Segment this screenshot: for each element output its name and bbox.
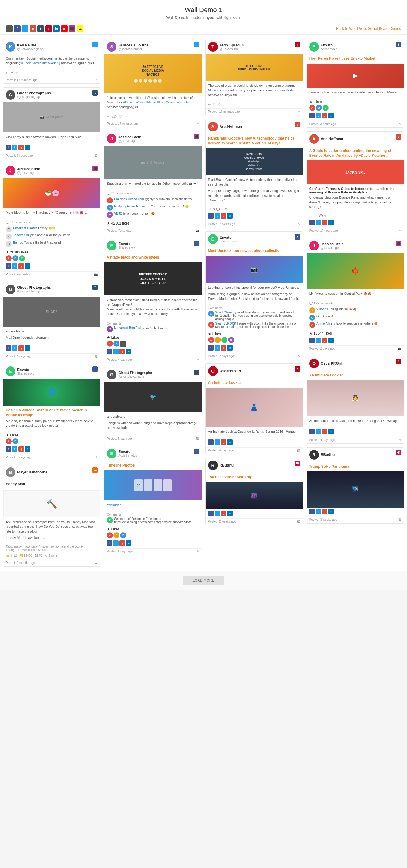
share-linkedin[interactable]: in: [328, 113, 334, 119]
card-title-link[interactable]: An Intimate Look at: [309, 373, 343, 377]
pinterest-icon[interactable]: p: [45, 25, 52, 32]
edit-icon[interactable]: ✎: [298, 222, 300, 226]
instagram-icon[interactable]: ⬛: [69, 25, 76, 32]
share-linkedin[interactable]: in: [328, 429, 334, 434]
star-icon[interactable]: ☆: [218, 103, 221, 106]
share-google[interactable]: g: [119, 349, 125, 354]
comment-icon[interactable]: 💬: [216, 208, 220, 211]
youtube-icon[interactable]: ▶: [61, 25, 67, 32]
share-facebook[interactable]: f: [208, 510, 213, 516]
card-title-link[interactable]: Timeline Photos: [107, 463, 135, 467]
share-google[interactable]: g: [322, 113, 327, 119]
card-title-link[interactable]: Design a vintage 'Wizard of Oz' movie po…: [6, 408, 87, 417]
share-facebook[interactable]: f: [309, 113, 315, 119]
edit-icon[interactable]: ✎: [197, 358, 199, 361]
share-google[interactable]: g: [322, 338, 327, 343]
share-facebook[interactable]: f: [208, 213, 213, 218]
share-twitter[interactable]: t: [113, 349, 119, 354]
share-linkedin[interactable]: in: [25, 145, 30, 150]
share-google[interactable]: g: [322, 509, 327, 514]
card-title-link[interactable]: 150 East 39th St Morning: [208, 475, 251, 479]
share-twitter[interactable]: t: [316, 509, 321, 514]
share-facebook[interactable]: f: [208, 345, 213, 350]
edit-icon[interactable]: ✎: [298, 110, 300, 113]
reply-icon[interactable]: ↩: [208, 103, 211, 106]
share-twitter[interactable]: t: [214, 510, 220, 516]
share-facebook[interactable]: f: [6, 446, 11, 452]
share-google[interactable]: g: [322, 429, 327, 434]
googleplus-icon[interactable]: g: [30, 25, 36, 32]
share-facebook[interactable]: f: [6, 345, 11, 351]
card-title-link[interactable]: How Keren Flavell uses Envato Market: [309, 56, 375, 61]
share-linkedin[interactable]: in: [227, 510, 233, 516]
share-twitter[interactable]: t: [214, 439, 220, 445]
card-title-link[interactable]: Vintage black and white styles: [107, 255, 159, 259]
share-facebook[interactable]: f: [208, 439, 213, 445]
share-twitter[interactable]: t: [316, 338, 321, 343]
share-google[interactable]: g: [19, 264, 24, 269]
share-linkedin[interactable]: in: [227, 439, 233, 445]
share-facebook[interactable]: f: [6, 264, 11, 269]
share-linkedin[interactable]: in: [25, 345, 30, 351]
share-google[interactable]: g: [221, 439, 226, 445]
share-twitter[interactable]: t: [214, 345, 220, 350]
share-google[interactable]: g: [19, 446, 24, 452]
share-facebook[interactable]: f: [309, 338, 315, 343]
share-google[interactable]: g: [19, 145, 24, 150]
share-linkedin[interactable]: in: [227, 345, 233, 350]
soundcloud-icon[interactable]: ☁: [77, 25, 83, 32]
card-title-link[interactable]: Meet Unstock, our newest photo collectio…: [208, 249, 283, 253]
share-twitter[interactable]: t: [113, 540, 119, 546]
share-twitter[interactable]: t: [316, 220, 321, 225]
card-title-link[interactable]: Trump SoHo Panorama: [309, 464, 349, 469]
share-facebook[interactable]: f: [6, 145, 11, 150]
share-linkedin[interactable]: in: [25, 446, 30, 452]
share-google[interactable]: g: [221, 510, 226, 516]
tumblr-icon[interactable]: t: [37, 25, 44, 32]
share-google[interactable]: g: [19, 345, 24, 351]
back-link[interactable]: Back to WordPress Social Board Demos: [336, 27, 401, 31]
retweet-icon[interactable]: ⇄: [10, 71, 13, 74]
edit-icon[interactable]: ✎: [298, 354, 300, 358]
share-twitter[interactable]: t: [316, 429, 321, 434]
share-google[interactable]: g: [221, 345, 226, 350]
twitter-icon[interactable]: t: [22, 25, 28, 32]
share-facebook[interactable]: f: [309, 220, 315, 225]
star-icon[interactable]: ☆: [124, 115, 127, 118]
share-twitter[interactable]: t: [214, 213, 220, 218]
share-twitter[interactable]: t: [12, 145, 18, 150]
edit-icon[interactable]: ✎: [197, 550, 199, 553]
share-twitter[interactable]: t: [316, 113, 321, 119]
share-google[interactable]: g: [119, 540, 125, 546]
share-twitter[interactable]: t: [12, 264, 18, 269]
share-linkedin[interactable]: in: [126, 349, 131, 354]
share-twitter[interactable]: t: [12, 446, 18, 452]
card-title-link[interactable]: RankBrain: Google's new AI technology th…: [208, 136, 295, 145]
share-google[interactable]: g: [221, 213, 226, 218]
share-facebook[interactable]: f: [309, 429, 315, 434]
share-twitter[interactable]: t: [12, 345, 18, 351]
comment-icon[interactable]: 💬: [319, 214, 322, 218]
reply-icon[interactable]: ↩: [6, 71, 8, 74]
heart-icon[interactable]: ♡: [119, 115, 122, 118]
share-facebook[interactable]: f: [107, 540, 112, 546]
edit-icon[interactable]: ✎: [399, 122, 401, 126]
fav-icon[interactable]: ☆: [16, 71, 18, 74]
share-icon-gp[interactable]: ↗: [221, 208, 224, 211]
edit-icon[interactable]: ✎: [399, 229, 401, 232]
share-linkedin[interactable]: in: [328, 509, 334, 514]
dots-icon[interactable]: ···: [6, 25, 13, 32]
card-title-link[interactable]: An Intimate Look at: [208, 381, 242, 385]
edit-icon[interactable]: ✎: [95, 456, 98, 459]
facebook-icon[interactable]: f: [14, 25, 21, 32]
linkedin-icon[interactable]: in: [53, 25, 60, 32]
share-linkedin[interactable]: in: [227, 213, 233, 218]
share-facebook[interactable]: f: [107, 349, 112, 354]
share-linkedin[interactable]: in: [126, 540, 131, 546]
share-facebook[interactable]: f: [309, 509, 315, 514]
share-google[interactable]: g: [322, 220, 327, 225]
comments-icon[interactable]: ↩: [107, 115, 109, 118]
share-linkedin[interactable]: in: [25, 264, 30, 269]
edit-icon[interactable]: ✎: [95, 79, 98, 82]
heart-icon[interactable]: ♡: [213, 103, 216, 106]
